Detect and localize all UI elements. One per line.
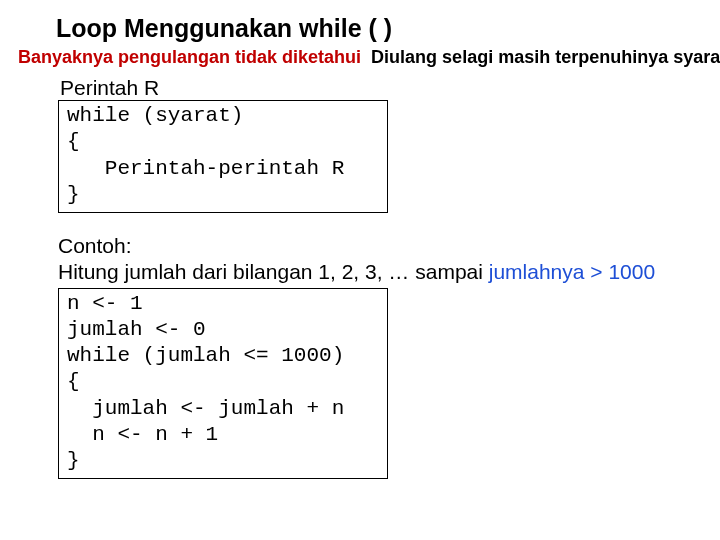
code-box-syntax: while (syarat) { Perintah-perintah R }: [58, 100, 388, 213]
slide-title: Loop Menggunakan while ( ): [56, 14, 702, 43]
code-box-example: n <- 1 jumlah <- 0 while (jumlah <= 1000…: [58, 288, 388, 480]
example-desc-a: Hitung jumlah dari bilangan 1, 2, 3, … s…: [58, 260, 489, 283]
code-label-1: Perintah R: [60, 76, 702, 100]
subtitle-trail: Diulang selagi masih terpenuhinya syarat: [371, 47, 720, 67]
example-text: Contoh: Hitung jumlah dari bilangan 1, 2…: [58, 233, 702, 286]
subtitle-lead: Banyaknya pengulangan tidak diketahui: [18, 47, 361, 67]
example-label: Contoh:: [58, 234, 132, 257]
subtitle: Banyaknya pengulangan tidak diketahui Di…: [18, 47, 702, 68]
example-desc-b: jumlahnya > 1000: [489, 260, 655, 283]
